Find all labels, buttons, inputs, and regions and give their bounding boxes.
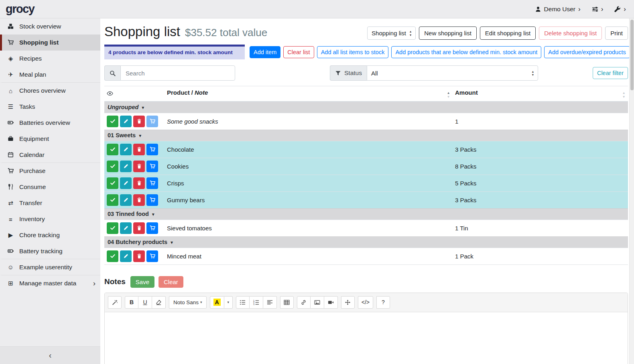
calendar-icon [6, 151, 15, 158]
numbered-list-button[interactable] [250, 296, 263, 309]
add-all-to-stock-button[interactable]: Add all list items to stock [317, 46, 389, 58]
table-header-row: ▴▾ Product /Note ▴▾ Amount [104, 86, 628, 102]
sidebar-item-chore-tracking[interactable]: ▶Chore tracking [0, 227, 100, 243]
visibility-column-header[interactable] [104, 86, 165, 102]
sidebar-item-tasks[interactable]: ☰Tasks [0, 99, 100, 115]
delete-shopping-list-button[interactable]: Delete shopping list [539, 26, 602, 40]
mark-done-button[interactable] [107, 144, 118, 155]
sidebar-nav: Stock overviewShopping list◈Recipes✈Meal… [0, 18, 100, 291]
mark-done-button[interactable] [107, 161, 118, 172]
edit-item-button[interactable] [120, 144, 132, 155]
note-header-label: Note [195, 89, 208, 96]
sidebar-item-calendar[interactable]: Calendar [0, 147, 100, 163]
sidebar-item-manage-master-data[interactable]: ⊞Manage master data› [0, 275, 100, 291]
page-scrollbar[interactable] [629, 18, 634, 364]
print-button[interactable]: Print [605, 26, 628, 40]
amount-column-header[interactable]: ▴▾ Amount [453, 86, 628, 102]
scrollbar-thumb[interactable] [630, 20, 634, 90]
sidebar-item-shopping-list[interactable]: Shopping list [0, 35, 100, 51]
group-header-row[interactable]: 01 Sweets▾ [104, 130, 628, 141]
bullet-list-button[interactable] [236, 296, 250, 309]
mark-done-button[interactable] [107, 194, 118, 206]
delete-item-button[interactable] [133, 194, 145, 206]
group-header-row[interactable]: 04 Butchery products▾ [104, 236, 628, 248]
product-column-header[interactable]: ▴▾ Product /Note [165, 86, 453, 102]
insert-image-button[interactable] [311, 296, 324, 309]
delete-item-button[interactable] [133, 222, 145, 234]
save-notes-button[interactable]: Save [130, 276, 154, 288]
add-to-stock-button[interactable] [146, 161, 158, 172]
pencil-icon [123, 146, 129, 152]
mark-done-button[interactable] [107, 116, 118, 127]
delete-item-button[interactable] [133, 144, 145, 155]
add-below-min-stock-button[interactable]: Add products that are below defined min.… [391, 46, 541, 58]
add-to-stock-button[interactable] [146, 177, 158, 189]
mark-done-button[interactable] [107, 177, 118, 189]
edit-item-button[interactable] [120, 116, 132, 127]
mark-done-button[interactable] [107, 250, 118, 262]
sidebar-collapse-button[interactable]: ‹ [0, 346, 100, 364]
sidebar-item-label: Calendar [19, 151, 45, 159]
sidebar-item-battery-tracking[interactable]: Battery tracking [0, 243, 100, 259]
clear-filter-button[interactable]: Clear filter [593, 67, 628, 79]
edit-shopping-list-button[interactable]: Edit shopping list [480, 26, 536, 40]
settings-menu[interactable]: › [592, 6, 604, 12]
delete-item-button[interactable] [133, 161, 145, 172]
new-shopping-list-button[interactable]: New shopping list [419, 26, 477, 40]
chevron-left-icon: ‹ [49, 351, 52, 360]
group-header-row[interactable]: Ungrouped▾ [104, 102, 628, 113]
edit-item-button[interactable] [120, 222, 132, 234]
edit-item-button[interactable] [120, 161, 132, 172]
color-dropdown-button[interactable]: ▾ [224, 296, 233, 309]
cart-icon [150, 197, 155, 203]
insert-table-button[interactable] [280, 296, 294, 309]
sidebar-item-stock-overview[interactable]: Stock overview [0, 18, 100, 35]
status-filter: Status All ▴▾ [330, 65, 538, 81]
add-to-stock-button[interactable] [146, 144, 158, 155]
delete-item-button[interactable] [133, 250, 145, 262]
help-button[interactable]: ? [376, 296, 390, 309]
sidebar-item-consume[interactable]: Consume [0, 179, 100, 195]
clear-formatting-button[interactable] [152, 296, 166, 309]
mark-done-button[interactable] [107, 222, 118, 234]
add-item-button[interactable]: Add item [250, 46, 280, 58]
code-view-button[interactable]: </> [358, 296, 373, 309]
delete-item-button[interactable] [133, 177, 145, 189]
group-header-row[interactable]: 03 Tinned food▾ [104, 208, 628, 220]
edit-item-button[interactable] [120, 177, 132, 189]
sidebar-item-example-userentity[interactable]: ☺Example userentity [0, 259, 100, 275]
search-input[interactable] [120, 65, 235, 81]
sidebar-item-inventory[interactable]: ≡Inventory [0, 211, 100, 227]
user-menu[interactable]: Demo User › [535, 6, 581, 13]
edit-item-button[interactable] [120, 250, 132, 262]
delete-item-button[interactable] [133, 116, 145, 127]
admin-tools-menu[interactable]: › [614, 6, 626, 12]
insert-link-button[interactable] [297, 296, 311, 309]
clear-list-button[interactable]: Clear list [283, 46, 314, 58]
fullscreen-button[interactable] [341, 296, 355, 309]
sidebar-item-chores-overview[interactable]: ⌂Chores overview [0, 83, 100, 99]
sidebar-item-purchase[interactable]: Purchase [0, 163, 100, 179]
underline-button[interactable]: U [138, 296, 152, 309]
add-to-stock-button[interactable] [146, 116, 158, 127]
add-to-stock-button[interactable] [146, 250, 158, 262]
shopping-list-selector[interactable]: Shopping list ▴▾ [367, 26, 416, 40]
insert-video-button[interactable] [324, 296, 338, 309]
text-color-button[interactable]: A [210, 296, 224, 309]
notes-editor-body[interactable] [105, 312, 628, 364]
sidebar-item-recipes[interactable]: ◈Recipes [0, 51, 100, 67]
magic-style-button[interactable] [108, 296, 122, 309]
sidebar-item-meal-plan[interactable]: ✈Meal plan [0, 67, 100, 83]
font-family-button[interactable]: Noto Sans ▾ [169, 296, 207, 309]
sidebar-item-transfer[interactable]: ⇄Transfer [0, 195, 100, 211]
edit-item-button[interactable] [120, 194, 132, 206]
add-overdue-button[interactable]: Add overdue/expired products [544, 46, 630, 58]
status-select[interactable]: All ▴▾ [367, 65, 538, 81]
sidebar-item-equipment[interactable]: Equipment [0, 131, 100, 147]
sidebar-item-batteries-overview[interactable]: Batteries overview [0, 115, 100, 131]
add-to-stock-button[interactable] [146, 194, 158, 206]
bold-button[interactable]: B [125, 296, 138, 309]
add-to-stock-button[interactable] [146, 222, 158, 234]
paragraph-align-button[interactable] [263, 296, 277, 309]
clear-notes-button[interactable]: Clear [158, 276, 183, 288]
